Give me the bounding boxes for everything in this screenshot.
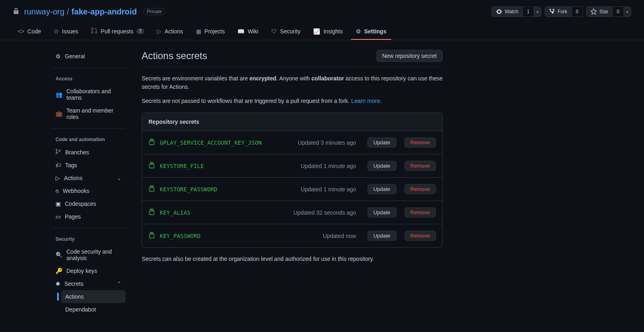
pull-request-icon (91, 27, 97, 35)
svg-point-1 (91, 32, 93, 33)
remove-button[interactable]: Remove (405, 207, 436, 217)
tab-security[interactable]: 🛡Security (266, 23, 305, 40)
sidebar-deploy-keys[interactable]: 🔑Deploy keys (52, 264, 126, 277)
secret-name: KEY_PASSWORD (160, 233, 200, 239)
remove-button[interactable]: Remove (405, 137, 436, 148)
code-icon: <> (18, 28, 24, 35)
new-secret-button[interactable]: New repository secret (376, 50, 443, 62)
star-button-group[interactable]: Star 0 ▾ (586, 6, 631, 17)
sidebar-secrets-actions[interactable]: Actions (61, 290, 126, 303)
graph-icon: 📈 (313, 28, 320, 35)
sidebar-heading-access: Access (52, 73, 126, 85)
secret-row: KEY_PASSWORD Updated now Update Remove (142, 224, 442, 247)
webhook-icon: ⎋ (56, 188, 59, 194)
sidebar-heading-automation: Code and automation (52, 133, 126, 146)
codespaces-icon: ▣ (56, 201, 61, 207)
tag-icon: 🏷 (56, 162, 61, 168)
lock-icon (13, 8, 19, 16)
secret-name: KEY_ALIAS (160, 209, 190, 216)
tab-code[interactable]: <>Code (13, 23, 46, 40)
learn-more-link[interactable]: Learn more (351, 98, 380, 104)
sidebar-heading-security: Security (52, 233, 126, 245)
lock-icon (149, 139, 155, 146)
org-secrets-note: Secrets can also be created at the organ… (142, 256, 443, 262)
sidebar-code-security[interactable]: 🔍Code security and analysis (52, 245, 126, 264)
update-button[interactable]: Update (367, 231, 396, 241)
play-icon: ▷ (56, 175, 60, 181)
chevron-up-icon: ⌃ (117, 281, 122, 287)
sidebar-codespaces[interactable]: ▣Codespaces (52, 197, 126, 210)
sidebar-secrets[interactable]: ✱Secrets⌃ (52, 277, 126, 290)
search-shield-icon: 🔍 (56, 252, 62, 258)
breadcrumb: runway-org / fake-app-android (24, 7, 137, 16)
secret-updated: Updated 32 seconds ago (293, 209, 356, 216)
secret-name: KEYSTORE_FILE (160, 163, 204, 169)
gear-icon: ⚙ (356, 28, 361, 35)
update-button[interactable]: Update (367, 161, 396, 171)
update-button[interactable]: Update (367, 137, 396, 148)
fork-icon (549, 8, 555, 15)
secrets-table: Repository secrets GPLAY_SERVICE_ACCOUNT… (142, 113, 443, 248)
watch-button-group[interactable]: Watch 1 ▾ (491, 6, 541, 17)
remove-button[interactable]: Remove (405, 161, 436, 171)
secret-row: KEY_ALIAS Updated 32 seconds ago Update … (142, 201, 442, 224)
sidebar-tags[interactable]: 🏷Tags (52, 159, 126, 172)
secret-updated: Updated 1 minute ago (301, 186, 356, 193)
org-link[interactable]: runway-org (24, 7, 64, 16)
eye-icon (496, 8, 502, 15)
remove-button[interactable]: Remove (405, 231, 436, 241)
star-icon (590, 8, 597, 15)
sidebar-actions[interactable]: ▷Actions⌄ (52, 172, 126, 184)
secret-updated: Updated 1 minute ago (301, 163, 356, 169)
tab-actions[interactable]: ▷Actions (152, 23, 188, 40)
browser-icon: ▭ (56, 213, 61, 220)
key-icon: 🔑 (56, 268, 62, 274)
play-icon: ▷ (157, 28, 161, 35)
description-text: Secrets are environment variables that a… (142, 74, 443, 91)
lock-icon (149, 232, 155, 240)
secret-row: KEYSTORE_FILE Updated 1 minute ago Updat… (142, 154, 442, 178)
sidebar-team-roles[interactable]: 💼Team and member roles (52, 104, 126, 123)
update-button[interactable]: Update (367, 184, 396, 194)
lock-icon (149, 209, 155, 216)
shield-icon: 🛡 (271, 28, 277, 35)
tab-projects[interactable]: ▦Projects (191, 23, 230, 40)
sidebar-collaborators[interactable]: 👥Collaborators and teams (52, 85, 126, 104)
chevron-down-icon: ⌄ (117, 175, 122, 181)
tab-issues[interactable]: ⊙Issues (49, 23, 83, 40)
lock-icon (149, 162, 155, 170)
sidebar-pages[interactable]: ▭Pages (52, 210, 126, 223)
chevron-down-icon[interactable]: ▾ (624, 6, 631, 17)
secret-row: KEYSTORE_PASSWORD Updated 1 minute ago U… (142, 178, 442, 201)
secret-name: KEYSTORE_PASSWORD (160, 186, 217, 193)
tab-settings[interactable]: ⚙Settings (351, 23, 391, 40)
chevron-down-icon[interactable]: ▾ (534, 6, 541, 17)
secret-updated: Updated now (323, 233, 356, 239)
issue-icon: ⊙ (54, 28, 59, 35)
fork-button-group[interactable]: Fork 0 (545, 6, 583, 17)
sidebar-branches[interactable]: Branches (52, 146, 126, 159)
remove-button[interactable]: Remove (405, 184, 436, 194)
svg-point-3 (56, 149, 58, 151)
briefcase-icon: 💼 (56, 111, 62, 117)
lock-icon (149, 185, 155, 193)
sidebar-webhooks[interactable]: ⎋Webhooks (52, 184, 126, 197)
branch-icon (56, 149, 61, 156)
svg-point-4 (56, 153, 58, 154)
update-button[interactable]: Update (367, 207, 396, 217)
sidebar-general[interactable]: ⚙General (52, 50, 126, 63)
sidebar-secrets-dependabot[interactable]: Dependabot (61, 303, 126, 316)
svg-point-0 (91, 28, 93, 29)
tab-wiki[interactable]: 📖Wiki (233, 23, 263, 40)
project-icon: ▦ (196, 28, 201, 35)
svg-point-2 (95, 32, 97, 33)
book-icon: 📖 (237, 28, 244, 35)
repo-link[interactable]: fake-app-android (72, 7, 137, 16)
secrets-table-header: Repository secrets (142, 113, 442, 131)
visibility-badge: Private (143, 8, 165, 15)
people-icon: 👥 (56, 91, 62, 98)
secret-row: GPLAY_SERVICE_ACCOUNT_KEY_JSON Updated 3… (142, 131, 442, 154)
tab-insights[interactable]: 📈Insights (308, 23, 347, 40)
asterisk-icon: ✱ (56, 281, 60, 287)
tab-pulls[interactable]: Pull requests7 (86, 23, 149, 40)
